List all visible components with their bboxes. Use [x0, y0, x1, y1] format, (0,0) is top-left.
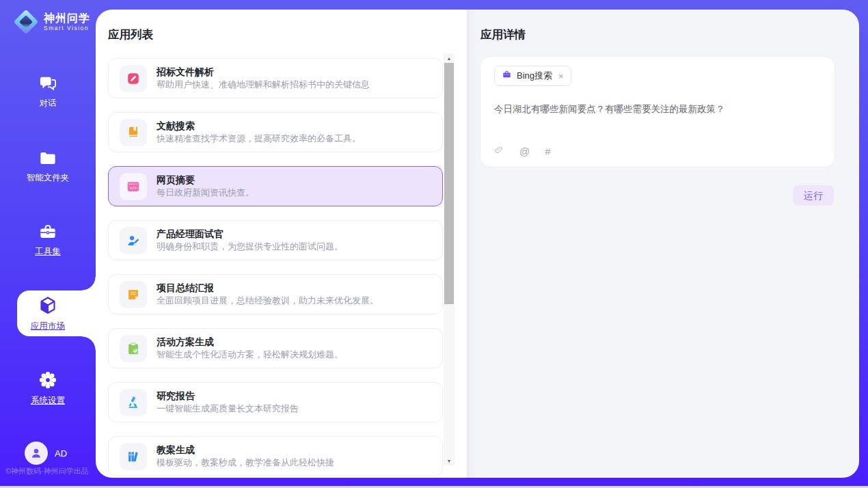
app-item-title: 网页摘要 [157, 174, 254, 187]
interviewer-icon [120, 227, 147, 254]
app-item-description: 模板驱动，教案秒成，教学准备从此轻松快捷 [157, 457, 334, 469]
scroll-down-button[interactable]: ▼ [444, 456, 455, 465]
list-scrollbar[interactable]: ▲ ▼ [444, 53, 455, 465]
gear-icon [0, 370, 96, 390]
sidebar-item-chat[interactable]: 对话 [0, 74, 96, 109]
app-detail-panel: 应用详情 Bing搜索 × 今日湖北有哪些新闻要点？有哪些需要关注的最新政策？ … [467, 10, 859, 478]
sidebar-item-label: 对话 [0, 98, 96, 109]
briefcase-icon [502, 70, 512, 82]
prompt-card[interactable]: Bing搜索 × 今日湖北有哪些新闻要点？有哪些需要关注的最新政策？ @ # [480, 56, 835, 167]
user-name: AD [55, 448, 67, 459]
webpage-code-icon: </> [120, 173, 147, 200]
app-item-description: 帮助用户快速、准确地理解和解析招标书中的关键信息 [157, 79, 370, 91]
app-item-description: 一键智能生成高质量长文本研究报告 [157, 403, 299, 415]
sidebar-item-label: 应用市场 [0, 321, 96, 332]
tool-tag-bing-search[interactable]: Bing搜索 × [494, 66, 571, 86]
mention-icon[interactable]: @ [519, 146, 530, 157]
app-item-description: 明确身份和职责，为您提供专业性的面试问题。 [157, 241, 343, 253]
hash-icon[interactable]: # [545, 146, 550, 157]
app-item-title: 产品经理面试官 [157, 228, 343, 241]
cube-icon [0, 295, 96, 316]
app-item-title: 研究报告 [157, 390, 299, 403]
sidebar-item-settings[interactable]: 系统设置 [0, 370, 96, 407]
copyright-text: ©神州数码·神州问学出品 [5, 466, 97, 476]
note-icon [120, 281, 147, 308]
bubble-notch-bottom [82, 336, 96, 350]
prompt-text[interactable]: 今日湖北有哪些新闻要点？有哪些需要关注的最新政策？ [494, 103, 819, 116]
sidebar-item-smart-folder[interactable]: 智能文件夹 [0, 149, 96, 184]
app-list-item[interactable]: 研究报告一键智能生成高质量长文本研究报告 [108, 382, 443, 422]
app-item-title: 招标文件解析 [157, 66, 370, 79]
toolbox-icon [0, 223, 96, 241]
book-icon [120, 119, 147, 146]
sidebar: 神州问学 Smart Vision 对话 智能文件夹 工具集 应用市场 系统设置… [0, 0, 96, 488]
tool-tag-label: Bing搜索 [517, 70, 552, 82]
app-item-description: 全面回顾项目进展，总结经验教训，助力未来优化发展。 [157, 295, 379, 307]
app-list-item[interactable]: 文献搜索快速精准查找学术资源，提高研究效率的必备工具。 [108, 112, 443, 152]
clipboard-check-icon [120, 335, 147, 362]
app-item-title: 活动方案生成 [157, 336, 343, 349]
microscope-icon [120, 389, 147, 416]
app-item-title: 教案生成 [157, 444, 334, 457]
app-list-item[interactable]: </>网页摘要每日政府新闻资讯快查。 [108, 166, 443, 206]
app-list-item[interactable]: 活动方案生成智能生成个性化活动方案，轻松解决规划难题。 [108, 328, 443, 368]
tag-close-icon[interactable]: × [558, 71, 564, 81]
sidebar-item-app-market[interactable]: 应用市场 [0, 295, 96, 332]
app-list: 招标文件解析帮助用户快速、准确地理解和解析招标书中的关键信息文献搜索快速精准查找… [108, 58, 443, 478]
app-list-item[interactable]: 招标文件解析帮助用户快速、准确地理解和解析招标书中的关键信息 [108, 58, 443, 98]
books-icon [120, 443, 147, 470]
brand-logo: 神州问学 Smart Vision [14, 10, 90, 34]
folder-icon [0, 149, 96, 167]
app-list-item[interactable]: 教案生成模板驱动，教案秒成，教学准备从此轻松快捷 [108, 436, 443, 476]
app-item-description: 每日政府新闻资讯快查。 [157, 187, 254, 199]
app-list-item[interactable]: 产品经理面试官明确身份和职责，为您提供专业性的面试问题。 [108, 220, 443, 260]
user-avatar-icon [25, 442, 48, 465]
bubble-notch-top [82, 277, 96, 290]
sidebar-item-toolset[interactable]: 工具集 [0, 223, 96, 258]
app-list-panel: 应用列表 招标文件解析帮助用户快速、准确地理解和解析招标书中的关键信息文献搜索快… [96, 10, 467, 478]
sidebar-item-label: 智能文件夹 [0, 172, 96, 184]
user-account[interactable]: AD [25, 442, 67, 465]
brand-diamond-icon [14, 10, 38, 34]
main-content: 应用列表 招标文件解析帮助用户快速、准确地理解和解析招标书中的关键信息文献搜索快… [96, 10, 859, 478]
sidebar-item-label: 系统设置 [0, 395, 96, 407]
run-button[interactable]: 运行 [793, 185, 834, 206]
scroll-up-button[interactable]: ▲ [444, 53, 455, 63]
sidebar-item-label: 工具集 [0, 246, 96, 258]
scrollbar-thumb[interactable] [444, 63, 454, 304]
brand-name: 神州问学 [44, 12, 90, 25]
app-list-title: 应用列表 [108, 27, 153, 42]
app-item-title: 项目总结汇报 [157, 282, 379, 295]
input-toolbar: @ # [494, 144, 551, 159]
paperclip-icon[interactable] [494, 144, 504, 159]
chat-icon [0, 74, 96, 93]
pen-square-icon [120, 65, 147, 92]
app-list-item[interactable]: 项目总结汇报全面回顾项目进展，总结经验教训，助力未来优化发展。 [108, 274, 443, 314]
app-detail-title: 应用详情 [480, 27, 526, 42]
app-item-description: 快速精准查找学术资源，提高研究效率的必备工具。 [157, 133, 361, 145]
brand-subtitle: Smart Vision [44, 25, 90, 31]
app-item-description: 智能生成个性化活动方案，轻松解决规划难题。 [157, 349, 343, 361]
svg-text:</>: </> [130, 185, 137, 190]
app-item-title: 文献搜索 [157, 120, 361, 133]
